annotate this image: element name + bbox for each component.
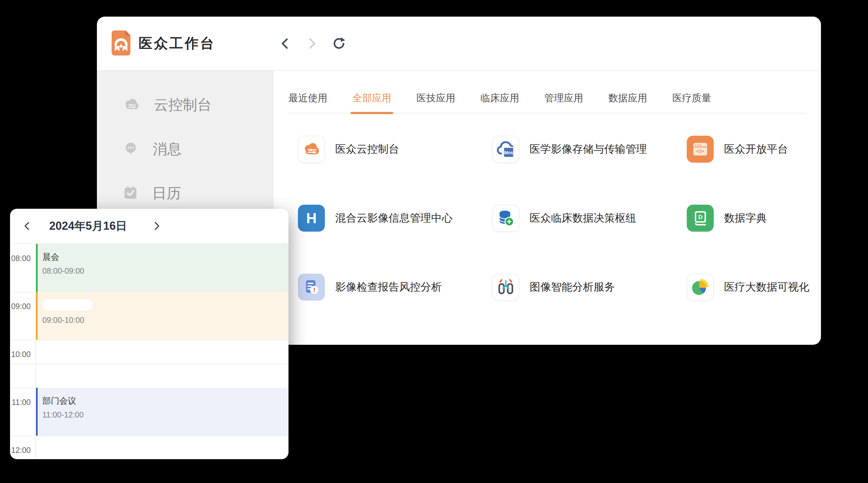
time-label: 09:00 bbox=[10, 302, 31, 311]
tab-management-apps[interactable]: 管理应用 bbox=[545, 92, 583, 105]
tab-quality[interactable]: 医疗质量 bbox=[672, 92, 711, 105]
app-hybrid-cloud-center[interactable]: H 混合云影像信息管理中心 bbox=[298, 205, 492, 232]
sidebar-item-cloud-console[interactable]: 云控制台 bbox=[97, 83, 274, 127]
app-label: 医学影像存储与传输管理 bbox=[530, 142, 647, 156]
content-area: 最近使用 全部应用 医技应用 临床应用 管理应用 数据应用 医疗质量 bbox=[274, 71, 821, 344]
app-report-risk-analysis[interactable]: ! 影像检查报告风控分析 bbox=[298, 273, 492, 300]
app-cloud-console[interactable]: 医众云控制台 bbox=[298, 136, 492, 163]
h-glyph: H bbox=[306, 210, 316, 227]
calendar-panel: 2024年5月16日 08:00 09:00 10:00 11:00 12:00… bbox=[10, 209, 288, 459]
app-image-storage[interactable]: Mos 医学影像存储与传输管理 bbox=[492, 136, 687, 163]
app-label: 医疗大数据可视化 bbox=[724, 280, 809, 294]
refresh-icon bbox=[332, 37, 346, 51]
d-glyph: D bbox=[699, 214, 703, 220]
tab-clinical-apps[interactable]: 临床应用 bbox=[480, 92, 519, 105]
code-window-icon: </> bbox=[687, 136, 714, 163]
chevron-right-icon bbox=[306, 37, 318, 50]
app-open-platform[interactable]: </> 医众开放平台 bbox=[687, 136, 821, 163]
tab-bar: 最近使用 全部应用 医技应用 临床应用 管理应用 数据应用 医疗质量 bbox=[288, 92, 806, 114]
redacted-title-pill bbox=[42, 299, 93, 311]
refresh-button[interactable] bbox=[332, 37, 346, 51]
event-time: 08:00-09:00 bbox=[42, 266, 288, 276]
chevron-right-icon bbox=[152, 221, 161, 231]
event-title: 部门会议 bbox=[42, 395, 288, 407]
tab-medtech-apps[interactable]: 医技应用 bbox=[416, 92, 455, 105]
time-label: 11:00 bbox=[10, 398, 31, 407]
app-label: 影像检查报告风控分析 bbox=[335, 280, 442, 294]
calendar-check-icon bbox=[123, 186, 138, 201]
letter-h-icon: H bbox=[298, 205, 325, 232]
chevron-left-icon bbox=[23, 221, 31, 231]
time-label: 10:00 bbox=[10, 350, 31, 359]
sidebar-item-label: 消息 bbox=[153, 139, 182, 159]
sidebar-item-messages[interactable]: 消息 bbox=[97, 127, 274, 171]
tab-data-apps[interactable]: 数据应用 bbox=[608, 92, 647, 105]
sidebar-item-label: 云控制台 bbox=[154, 95, 212, 115]
app-label: 混合云影像信息管理中心 bbox=[335, 211, 453, 225]
tab-recent[interactable]: 最近使用 bbox=[288, 92, 328, 105]
tab-all-apps[interactable]: 全部应用 bbox=[352, 92, 391, 105]
cloud-storage-icon: Mos bbox=[492, 136, 519, 163]
back-button[interactable] bbox=[278, 37, 292, 51]
window-nav bbox=[278, 37, 346, 51]
app-title: 医众工作台 bbox=[138, 34, 215, 53]
app-grid: 医众云控制台 Mos 医学影像存储与传输管理 bbox=[298, 136, 821, 343]
cloud-settings-orange-icon bbox=[298, 136, 325, 163]
app-label: 医众云控制台 bbox=[335, 142, 399, 156]
event-time: 09:00-10:00 bbox=[42, 316, 288, 325]
lungs-icon bbox=[492, 273, 519, 300]
app-label: 数据字典 bbox=[724, 211, 767, 225]
app-label: 图像智能分析服务 bbox=[530, 280, 615, 294]
chevron-left-icon bbox=[279, 37, 291, 50]
forward-button[interactable] bbox=[305, 37, 319, 51]
hour-line bbox=[10, 340, 288, 341]
calendar-date: 2024年5月16日 bbox=[36, 219, 140, 234]
mos-badge: Mos bbox=[504, 150, 513, 155]
screen: 医众工作台 bbox=[0, 0, 868, 483]
calendar-header: 2024年5月16日 bbox=[10, 209, 288, 244]
owl-document-icon bbox=[112, 30, 130, 57]
calendar-prev-button[interactable] bbox=[18, 217, 36, 235]
cloud-settings-icon bbox=[123, 97, 140, 113]
calendar-next-button[interactable] bbox=[147, 217, 166, 235]
app-label: 医众临床数据决策枢纽 bbox=[530, 211, 636, 225]
sidebar-item-label: 日历 bbox=[152, 184, 181, 203]
alert-glyph: ! bbox=[313, 287, 315, 293]
event-department-meeting[interactable]: 部门会议 11:00-12:00 bbox=[36, 388, 288, 436]
app-image-ai-analysis[interactable]: 图像智能分析服务 bbox=[492, 273, 687, 300]
code-glyph: </> bbox=[696, 148, 704, 154]
app-big-data-visualization[interactable]: 医疗大数据可视化 bbox=[687, 273, 821, 300]
event-time: 11:00-12:00 bbox=[42, 410, 288, 419]
message-bubble-icon bbox=[123, 141, 138, 157]
report-alert-icon: ! bbox=[298, 273, 325, 300]
event-title: 晨会 bbox=[42, 251, 288, 263]
event-morning-meeting[interactable]: 晨会 08:00-09:00 bbox=[36, 244, 288, 292]
time-label: 08:00 bbox=[10, 254, 31, 263]
app-clinical-data-hub[interactable]: 医众临床数据决策枢纽 bbox=[492, 205, 687, 232]
calendar-day-view: 08:00 09:00 10:00 11:00 12:00 晨会 08:00-0… bbox=[10, 244, 288, 459]
half-hour-line bbox=[10, 363, 288, 364]
time-label: 12:00 bbox=[10, 446, 31, 455]
dictionary-book-icon: D bbox=[687, 205, 714, 232]
titlebar: 医众工作台 bbox=[97, 17, 821, 71]
hour-line bbox=[10, 436, 288, 436]
database-plus-icon bbox=[492, 205, 519, 232]
app-data-dictionary[interactable]: D 数据字典 bbox=[687, 205, 821, 232]
event-untitled[interactable]: 09:00-10:00 bbox=[36, 292, 288, 340]
app-label: 医众开放平台 bbox=[724, 142, 788, 156]
pie-chart-icon bbox=[687, 273, 714, 300]
